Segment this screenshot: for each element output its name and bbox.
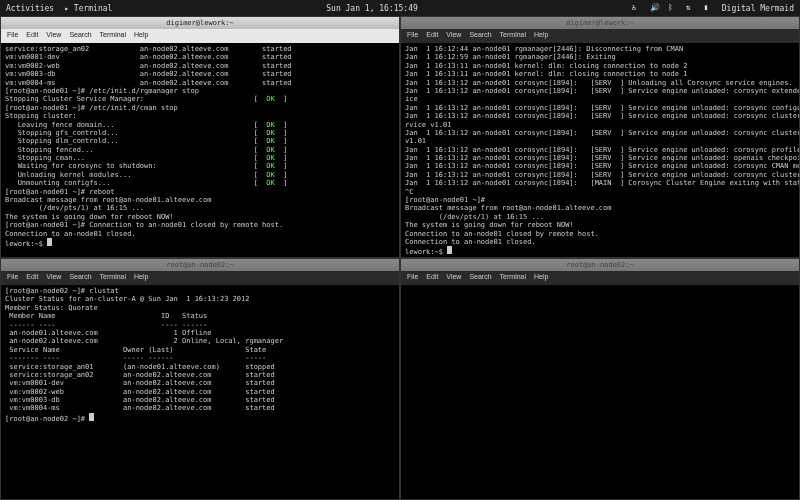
menu-edit[interactable]: Edit [426, 273, 438, 283]
titlebar-br[interactable]: root@an-node02:~ [401, 259, 799, 271]
volume-icon[interactable]: 🔊 [650, 3, 660, 13]
terminal-body-br[interactable] [401, 285, 799, 499]
menu-search[interactable]: Search [69, 31, 91, 41]
menu-search[interactable]: Search [69, 273, 91, 283]
battery-icon[interactable]: ▮ [704, 3, 714, 13]
terminal-body-tr[interactable]: Jan 1 16:12:44 an-node01 rgmanager[2446]… [401, 43, 799, 257]
menu-edit[interactable]: Edit [26, 31, 38, 41]
activities-button[interactable]: Activities [6, 4, 54, 13]
user-menu[interactable]: Digital Mermaid [722, 4, 794, 13]
menu-file[interactable]: File [7, 31, 18, 41]
menubar-tl: FileEditViewSearchTerminalHelp [1, 29, 399, 43]
titlebar-tr[interactable]: digimer@lework:~ [401, 17, 799, 29]
terminal-window-tr: digimer@lework:~ FileEditViewSearchTermi… [400, 16, 800, 258]
menu-view[interactable]: View [46, 273, 61, 283]
menu-help[interactable]: Help [534, 273, 548, 283]
menubar-bl: FileEditViewSearchTerminalHelp [1, 271, 399, 285]
menu-view[interactable]: View [446, 31, 461, 41]
terminal-grid: digimer@lework:~ FileEditViewSearchTermi… [0, 16, 800, 500]
menu-search[interactable]: Search [469, 273, 491, 283]
menu-help[interactable]: Help [134, 31, 148, 41]
terminal-body-tl[interactable]: service:storage_an02 an-node02.alteeve.c… [1, 43, 399, 257]
accessibility-icon[interactable]: ♿ [632, 3, 642, 13]
menu-terminal[interactable]: Terminal [100, 273, 126, 283]
menu-edit[interactable]: Edit [26, 273, 38, 283]
menu-edit[interactable]: Edit [426, 31, 438, 41]
clock[interactable]: Sun Jan 1, 16:15:49 [112, 4, 631, 13]
menu-search[interactable]: Search [469, 31, 491, 41]
cursor [89, 413, 94, 421]
terminal-window-bl: root@an-node02:~ FileEditViewSearchTermi… [0, 258, 400, 500]
app-menu[interactable]: ▸ Terminal [64, 4, 112, 13]
gnome-topbar: Activities ▸ Terminal Sun Jan 1, 16:15:4… [0, 0, 800, 16]
titlebar-bl[interactable]: root@an-node02:~ [1, 259, 399, 271]
menu-terminal[interactable]: Terminal [100, 31, 126, 41]
terminal-window-tl: digimer@lework:~ FileEditViewSearchTermi… [0, 16, 400, 258]
menu-help[interactable]: Help [534, 31, 548, 41]
cursor [447, 246, 452, 254]
menu-file[interactable]: File [7, 273, 18, 283]
menu-terminal[interactable]: Terminal [500, 273, 526, 283]
menu-file[interactable]: File [407, 31, 418, 41]
menu-terminal[interactable]: Terminal [500, 31, 526, 41]
terminal-window-br: root@an-node02:~ FileEditViewSearchTermi… [400, 258, 800, 500]
menu-help[interactable]: Help [134, 273, 148, 283]
network-icon[interactable]: ⇅ [686, 3, 696, 13]
bluetooth-icon[interactable]: ᛒ [668, 3, 678, 13]
menubar-tr: FileEditViewSearchTerminalHelp [401, 29, 799, 43]
terminal-body-bl[interactable]: [root@an-node02 ~]# clustatCluster Statu… [1, 285, 399, 499]
menubar-br: FileEditViewSearchTerminalHelp [401, 271, 799, 285]
menu-view[interactable]: View [46, 31, 61, 41]
menu-file[interactable]: File [407, 273, 418, 283]
menu-view[interactable]: View [446, 273, 461, 283]
cursor [47, 238, 52, 246]
titlebar-tl[interactable]: digimer@lework:~ [1, 17, 399, 29]
